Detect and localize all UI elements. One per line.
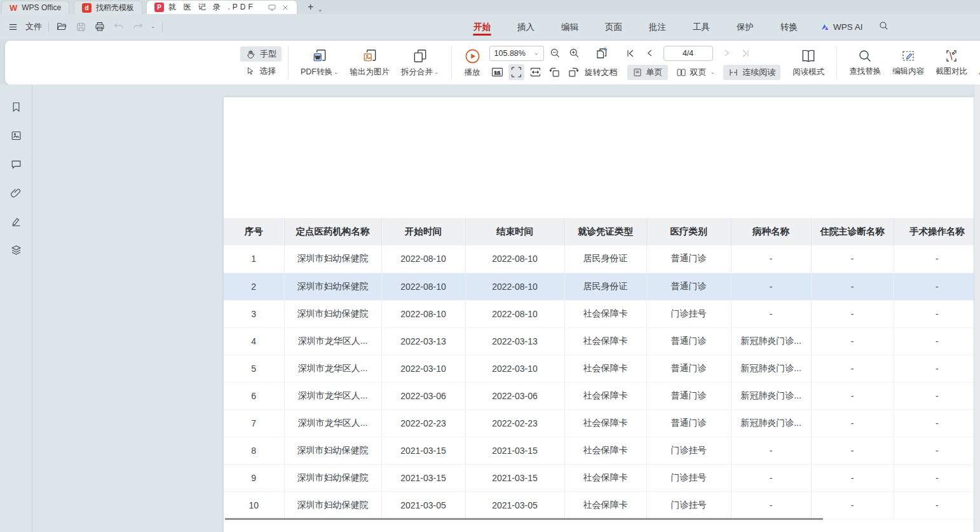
table-header-cell: 就诊凭证类型 [564,218,646,245]
file-menu-label[interactable]: 文件 [25,21,42,32]
svg-text:1:1: 1:1 [494,71,500,75]
table-cell: 2022-08-10 [381,273,465,300]
compress-button[interactable]: 压缩 [973,46,980,79]
fit-width-button[interactable] [527,64,543,80]
table-cell: - [811,491,894,519]
fit-page-button[interactable] [508,64,524,80]
table-cell: 新冠肺炎门诊... [731,382,811,409]
docer-icon: d [82,3,92,13]
table-header-cell: 住院主诊断名称 [811,218,894,245]
attachment-panel-button[interactable] [9,186,23,200]
read-mode-button[interactable]: 阅读模式 [787,46,830,79]
menu-tab-page[interactable]: 页面 [594,16,633,38]
redo-button[interactable] [132,20,144,33]
table-cell: 2022-08-10 [381,245,465,273]
tab-wps-office[interactable]: W WPS Office [1,1,69,14]
find-replace-button[interactable]: 查找替换 [843,46,887,79]
signature-panel-button[interactable] [9,214,23,228]
rotate-pages-button[interactable] [593,45,611,61]
fit-page-icon [510,65,523,79]
svg-text:W: W [315,55,320,60]
tab-label: 就 医 记 录 .PDF [168,2,255,13]
zoom-in-icon [568,47,580,59]
prev-page-icon [645,48,655,58]
play-icon [464,48,481,65]
menu-tab-insert[interactable]: 插入 [507,16,545,38]
thumbnail-panel-button[interactable] [9,128,23,142]
folder-open-icon [56,21,67,32]
zoom-out-icon [549,47,561,59]
table-cell: - [894,327,980,355]
next-page-button[interactable] [719,45,735,61]
double-page-button[interactable]: 双页⌄ [671,65,721,80]
wps-logo-icon: W [10,3,17,13]
single-page-icon [632,67,643,78]
document-workspace: 序号定点医药机构名称开始时间结束时间就诊凭证类型医疗类别病种名称住院主诊断名称手… [0,85,980,532]
comment-panel-button[interactable] [9,157,23,171]
table-cell: 新冠肺炎门诊... [731,327,811,355]
zoom-level-select[interactable]: 105.88%⌄ [489,46,544,61]
hand-icon [245,49,256,60]
single-page-button[interactable]: 单页 [627,65,668,80]
menu-tab-comment[interactable]: 批注 [638,16,677,38]
play-button[interactable]: 播放 [458,46,487,80]
rotate-doc-label[interactable]: 旋转文档 [585,67,618,78]
actual-size-button[interactable]: 1:1 [489,64,505,80]
vertical-scrollbar[interactable] [974,85,980,532]
menu-tab-edit[interactable]: 编辑 [550,16,589,38]
table-cell: - [731,273,811,300]
undo-button[interactable] [112,20,125,33]
pdf-convert-button[interactable]: W PDF转换⌄ [295,46,344,79]
table-cell: 深圳市妇幼保健院 [284,491,381,519]
thumbnail-icon [10,130,22,142]
bookmark-panel-button[interactable] [9,100,23,114]
menu-tab-tools[interactable]: 工具 [682,16,721,38]
table-cell: 2022-08-10 [465,273,564,300]
menu-tab-wps-ai[interactable]: WPS AI [813,22,869,32]
tab-document-pdf[interactable]: P 就 医 记 录 .PDF [147,1,297,14]
save-button[interactable] [74,20,87,33]
select-tool-button[interactable]: 选择 [240,64,282,79]
main-menu-button[interactable] [6,20,19,33]
rotate-left-button[interactable] [547,64,562,80]
new-tab-button[interactable]: + [301,1,317,14]
export-image-icon [362,48,378,64]
table-cell: - [894,273,980,300]
menu-tab-protect[interactable]: 保护 [726,16,765,38]
layers-icon [10,244,22,256]
table-cell: 居民身份证 [564,245,646,273]
zoom-out-button[interactable] [547,45,563,61]
page-indicator-input[interactable]: 4/4 [664,46,713,61]
first-page-button[interactable] [623,45,639,61]
continuous-read-button[interactable]: 连续阅读 [723,65,780,80]
cursor-icon [245,66,255,76]
quick-access-chevron-icon[interactable]: ⌄ [151,24,156,29]
layers-panel-button[interactable] [9,243,23,257]
table-cell: - [731,300,811,327]
hand-tool-button[interactable]: 手型 [240,46,282,62]
print-button[interactable] [93,20,106,33]
tab-docer-templates[interactable]: d 找稻壳模板 [74,1,142,14]
prev-page-button[interactable] [642,45,658,61]
split-merge-button[interactable]: 拆分合并⌄ [395,46,445,79]
table-cell: 普通门诊 [646,273,731,300]
rotate-right-button[interactable] [566,64,582,80]
screenshot-compare-button[interactable]: 截图对比 [930,46,973,79]
open-file-button[interactable] [55,20,68,33]
last-page-icon [740,48,751,58]
menu-tab-convert[interactable]: 转换 [770,16,808,38]
tab-list-chevron-icon[interactable]: ⌄ [317,6,322,14]
pdf-page[interactable]: 序号定点医药机构名称开始时间结束时间就诊凭证类型医疗类别病种名称住院主诊断名称手… [224,97,974,532]
undo-icon [113,21,125,32]
export-image-button[interactable]: 输出为图片 [344,46,396,79]
paperclip-icon [10,187,22,199]
one-to-one-icon: 1:1 [491,65,504,79]
zoom-in-button[interactable] [566,45,582,61]
close-tab-icon[interactable] [282,4,289,11]
menu-tab-home[interactable]: 开始 [463,16,501,38]
last-page-button[interactable] [738,45,754,61]
screen-share-icon[interactable] [268,3,276,12]
table-cell: - [894,245,980,273]
menu-search-button[interactable] [875,20,893,34]
edit-content-button[interactable]: 编辑内容 [887,46,930,79]
